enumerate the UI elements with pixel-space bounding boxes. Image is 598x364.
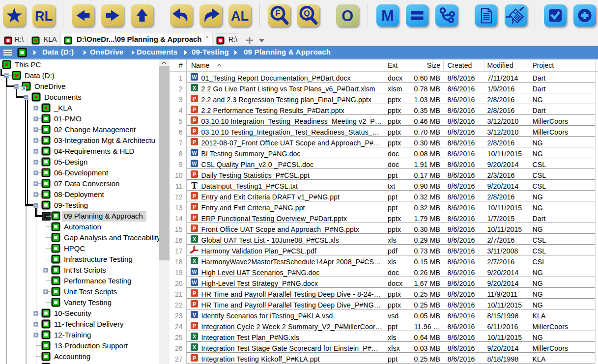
svg-text:Q: Q: [304, 9, 310, 18]
svg-text:W: W: [192, 74, 197, 80]
svg-text:P: P: [193, 225, 196, 231]
svg-text:O: O: [342, 7, 353, 25]
svg-text:P: P: [193, 193, 196, 199]
svg-text:P: P: [193, 323, 196, 329]
svg-text:W: W: [192, 161, 197, 167]
svg-text:P: P: [193, 117, 196, 123]
svg-text:P: P: [193, 301, 196, 307]
svg-text:X: X: [193, 344, 196, 350]
svg-text:P: P: [193, 96, 196, 102]
svg-text:P: P: [193, 128, 196, 134]
svg-text:W: W: [192, 269, 197, 275]
svg-text:P: P: [193, 204, 196, 210]
svg-text:F: F: [276, 9, 281, 18]
svg-text:X: X: [193, 334, 196, 339]
svg-text:W: W: [192, 280, 197, 285]
svg-text:M: M: [381, 7, 394, 25]
svg-text:P: P: [193, 355, 196, 361]
svg-text:P: P: [193, 171, 196, 177]
svg-text:W: W: [192, 150, 197, 156]
svg-text:X: X: [193, 85, 196, 91]
svg-text:V: V: [193, 312, 196, 318]
svg-text:X: X: [193, 258, 196, 264]
svg-text:AL: AL: [231, 9, 249, 24]
svg-text:P: P: [193, 107, 196, 112]
svg-text:T: T: [191, 181, 198, 189]
svg-text:P: P: [193, 139, 196, 145]
svg-text:X: X: [193, 236, 196, 242]
svg-text:P: P: [193, 290, 196, 296]
svg-text:P: P: [193, 215, 196, 221]
